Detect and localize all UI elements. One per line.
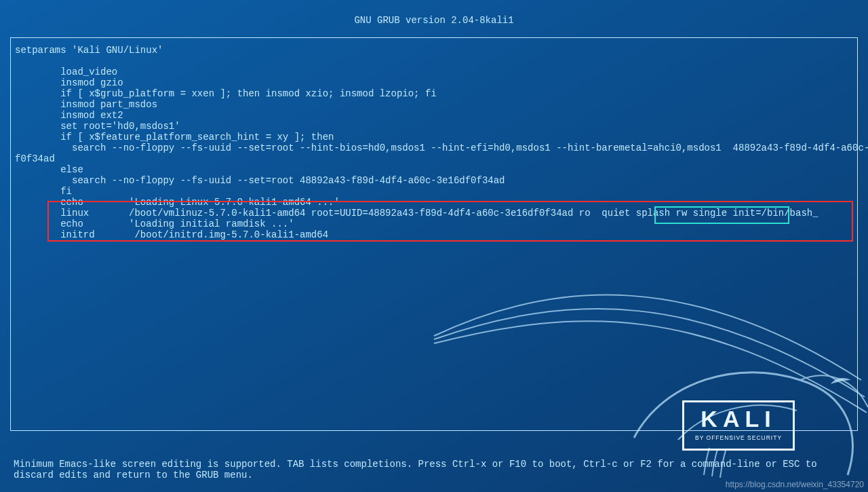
grub-title: GNU GRUB version 2.04-8kali1 (0, 15, 868, 26)
kali-logo-badge: KALI BY OFFENSIVE SECURITY (682, 400, 795, 451)
grub-editor[interactable]: setparams 'Kali GNU/Linux' load_video in… (10, 37, 858, 431)
grub-help-text: Minimum Emacs-like screen editing is sup… (14, 459, 854, 480)
kali-logo-text: KALI (695, 406, 782, 431)
grub-editor-content[interactable]: setparams 'Kali GNU/Linux' load_video in… (15, 45, 853, 240)
kali-logo-subtitle: BY OFFENSIVE SECURITY (695, 432, 782, 443)
watermark-url: https://blog.csdn.net/weixin_43354720 (726, 480, 864, 489)
